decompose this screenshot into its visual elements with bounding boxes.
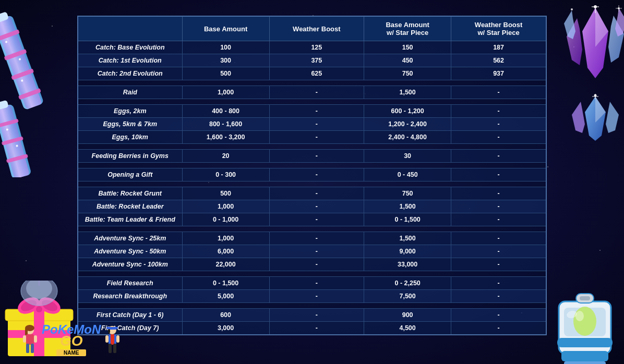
row-star-piece: 750 [364, 67, 451, 80]
character-male [103, 325, 122, 356]
row-base-amount: 22,000 [182, 258, 269, 271]
decorative-incubator [551, 286, 619, 364]
svg-rect-54 [557, 338, 613, 347]
row-weather-star: - [451, 258, 546, 271]
row-weather-boost: - [269, 105, 364, 118]
row-weather-star: 187 [451, 41, 546, 54]
row-weather-boost: - [269, 322, 364, 335]
row-base-amount: 6,000 [182, 245, 269, 258]
row-star-piece: 1,500 [364, 200, 451, 213]
table-row: Battle: Team Leader & Friend0 - 1,000-0 … [78, 213, 546, 226]
decorative-stick-left [0, 10, 44, 167]
row-weather-boost: - [269, 150, 364, 163]
table-row: Opening a Gift0 - 300-0 - 450- [78, 168, 546, 181]
row-weather-boost: - [269, 187, 364, 200]
row-weather-boost: 375 [269, 54, 364, 67]
table-separator [78, 226, 546, 232]
table-row: Eggs, 2km400 - 800-600 - 1,200- [78, 105, 546, 118]
svg-point-56 [573, 307, 596, 336]
row-weather-boost: - [269, 309, 364, 322]
svg-rect-74 [108, 329, 110, 333]
svg-rect-70 [34, 335, 37, 343]
svg-rect-61 [564, 361, 606, 364]
row-weather-boost: - [269, 245, 364, 258]
table-row: First Catch (Day 1 - 6)600-900- [78, 309, 546, 322]
table-row: Feeding Berries in Gyms20-30- [78, 150, 546, 163]
svg-rect-76 [111, 334, 114, 345]
row-label: Battle: Rocket Leader [78, 200, 182, 213]
row-base-amount: 100 [182, 41, 269, 54]
row-base-amount: 300 [182, 54, 269, 67]
row-star-piece: 1,500 [364, 232, 451, 245]
row-star-piece: 450 [364, 54, 451, 67]
row-base-amount: 800 - 1,600 [182, 118, 269, 131]
row-weather-star: - [451, 118, 546, 131]
table-row: Adventure Sync - 50km6,000-9,000- [78, 245, 546, 258]
svg-rect-73 [106, 327, 118, 329]
svg-marker-34 [572, 102, 585, 133]
row-star-piece: 7,500 [364, 290, 451, 303]
table-separator [78, 181, 546, 187]
row-base-amount: 0 - 1,500 [182, 277, 269, 290]
svg-rect-68 [31, 344, 34, 353]
row-star-piece: 1,500 [364, 86, 451, 99]
table-row: Adventure Sync - 25km1,000-1,500- [78, 232, 546, 245]
row-label: Adventure Sync - 25km [78, 232, 182, 245]
row-weather-boost: - [269, 118, 364, 131]
row-weather-star: - [451, 309, 546, 322]
col-header-base: Base Amount [182, 16, 269, 41]
table-row: First Catch (Day 7)3,000-4,500- [78, 322, 546, 335]
row-weather-star: - [451, 245, 546, 258]
svg-point-57 [575, 311, 584, 321]
row-star-piece: 750 [364, 187, 451, 200]
row-weather-star: - [451, 105, 546, 118]
row-weather-boost: - [269, 258, 364, 271]
row-star-piece: 4,500 [364, 322, 451, 335]
row-star-piece: 33,000 [364, 258, 451, 271]
row-base-amount: 600 [182, 309, 269, 322]
row-label: Field Research [78, 277, 182, 290]
svg-rect-67 [26, 344, 29, 353]
row-label: Battle: Team Leader & Friend [78, 213, 182, 226]
table-row: Raid1,000-1,500- [78, 86, 546, 99]
character-female [21, 325, 39, 356]
svg-rect-69 [23, 335, 26, 343]
table-row: Battle: Rocket Leader1,000-1,500- [78, 200, 546, 213]
svg-rect-65 [25, 328, 28, 335]
table-row: Catch: 1st Evolution300375450562 [78, 54, 546, 67]
svg-marker-23 [564, 10, 575, 39]
table-row: Eggs, 5km & 7km800 - 1,600-1,200 - 2,400… [78, 118, 546, 131]
svg-rect-59 [580, 296, 590, 300]
row-label: Raid [78, 86, 182, 99]
row-star-piece: 9,000 [364, 245, 451, 258]
row-star-piece: 0 - 450 [364, 168, 451, 181]
row-weather-star: - [451, 150, 546, 163]
row-weather-star: - [451, 322, 546, 335]
row-weather-star: - [451, 200, 546, 213]
row-weather-boost: 125 [269, 41, 364, 54]
row-label: Adventure Sync - 50km [78, 245, 182, 258]
row-weather-star: - [451, 232, 546, 245]
row-weather-boost: - [269, 168, 364, 181]
table-row: Field Research0 - 1,500-0 - 2,250- [78, 277, 546, 290]
row-label: Catch: Base Evolution [78, 41, 182, 54]
row-base-amount: 500 [182, 187, 269, 200]
row-label: Eggs, 10km [78, 131, 182, 144]
row-base-amount: 20 [182, 150, 269, 163]
logo-go: GO [60, 334, 83, 348]
row-base-amount: 5,000 [182, 290, 269, 303]
row-base-amount: 400 - 800 [182, 105, 269, 118]
row-weather-star: - [451, 131, 546, 144]
row-label: Catch: 1st Evolution [78, 54, 182, 67]
table-row: Catch: Base Evolution100125150187 [78, 41, 546, 54]
table-separator [78, 99, 546, 105]
row-weather-star: - [451, 168, 546, 181]
svg-point-30 [571, 8, 573, 10]
row-base-amount: 3,000 [182, 322, 269, 335]
svg-rect-80 [116, 335, 119, 343]
row-weather-boost: 625 [269, 67, 364, 80]
table-row: Adventure Sync - 100km22,000-33,000- [78, 258, 546, 271]
row-weather-star: - [451, 290, 546, 303]
table-row: Eggs, 10km1,600 - 3,200-2,400 - 4,800- [78, 131, 546, 144]
row-weather-star: 937 [451, 67, 546, 80]
